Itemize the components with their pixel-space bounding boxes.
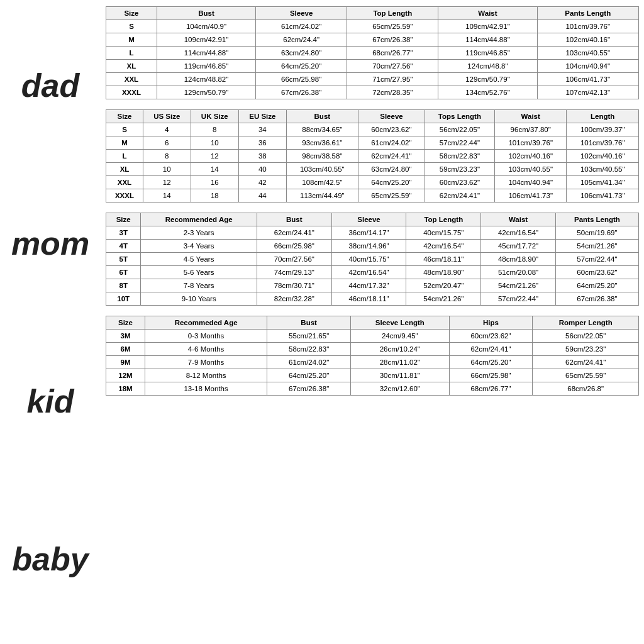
table-cell: 54cm/21.26" [406, 292, 481, 306]
mom-col-waist: Waist [494, 110, 566, 123]
kid-col-size: Size [106, 213, 141, 226]
table-cell: 66cm/25.98" [257, 240, 331, 253]
table-cell: 56cm/22.05" [533, 330, 639, 343]
table-cell: 8 [191, 123, 238, 136]
table-cell: 65cm/25.59" [358, 189, 425, 203]
table-row: S483488cm/34.65"60cm/23.62"56cm/22.05"96… [106, 123, 639, 136]
table-cell: 13-18 Months [145, 382, 267, 396]
table-cell: 62cm/24.41" [533, 356, 639, 369]
table-row: M109cm/42.91"62cm/24.4"67cm/26.38"114cm/… [106, 33, 639, 47]
table-cell: 46cm/18.11" [331, 292, 406, 306]
table-row: 8T7-8 Years78cm/30.71"44cm/17.32"52cm/20… [106, 279, 639, 292]
table-cell: 2-3 Years [141, 226, 257, 240]
table-cell: 68cm/26.77" [449, 382, 533, 396]
mom-col-sleeve: Sleeve [358, 110, 425, 123]
table-cell: 107cm/42.13" [537, 86, 638, 99]
baby-header-row: Size Recommeded Age Bust Sleeve Length H… [106, 316, 639, 330]
tables-column: Size Bust Sleeve Top Length Waist Pants … [101, 0, 644, 644]
baby-col-recage: Recommeded Age [145, 316, 267, 330]
table-cell: 108cm/42.5" [286, 176, 358, 189]
table-cell: 65cm/25.59" [347, 20, 438, 33]
table-cell: 50cm/19.69" [555, 226, 638, 240]
kid-col-pantslength: Pants Length [555, 213, 638, 226]
table-cell: 34 [239, 123, 287, 136]
table-row: L8123898cm/38.58"62cm/24.41"58cm/22.83"1… [106, 150, 639, 163]
table-cell: 60cm/23.62" [358, 123, 425, 136]
dad-col-size: Size [106, 7, 157, 20]
mom-table: Size US Size UK Size EU Size Bust Sleeve… [106, 109, 639, 203]
table-cell: 65cm/25.59" [533, 369, 639, 382]
table-row: L114cm/44.88"63cm/24.80"68cm/26.77"119cm… [106, 47, 639, 60]
table-cell: 14 [191, 163, 238, 176]
kid-table: Size Recommended Age Bust Sleeve Top Len… [106, 213, 639, 306]
table-cell: 42cm/16.54" [406, 240, 481, 253]
table-cell: 103cm/40.55" [286, 163, 358, 176]
table-cell: 61cm/24.02" [358, 136, 425, 150]
table-cell: 57cm/22.44" [425, 136, 494, 150]
table-cell: 0-3 Months [145, 330, 267, 343]
table-cell: M [106, 33, 157, 47]
table-cell: 109cm/42.91" [157, 33, 255, 47]
table-cell: 56cm/22.05" [425, 123, 494, 136]
table-cell: 61cm/24.02" [256, 20, 347, 33]
table-cell: 3-4 Years [141, 240, 257, 253]
table-cell: 58cm/22.83" [425, 150, 494, 163]
table-cell: 18 [191, 189, 238, 203]
table-cell: 9M [106, 356, 145, 369]
kid-col-toplength: Top Length [406, 213, 481, 226]
table-row: 9M7-9 Months61cm/24.02"28cm/11.02"64cm/2… [106, 356, 639, 369]
table-cell: L [106, 150, 143, 163]
table-cell: 62cm/24.4" [256, 33, 347, 47]
table-cell: 119cm/46.85" [157, 60, 255, 73]
table-cell: 98cm/38.58" [286, 150, 358, 163]
table-cell: 106cm/41.73" [494, 189, 566, 203]
table-row: XL101440103cm/40.55"63cm/24.80"59cm/23.2… [106, 163, 639, 176]
baby-col-size: Size [106, 316, 145, 330]
table-cell: 70cm/27.56" [257, 253, 331, 266]
table-cell: 44cm/17.32" [331, 279, 406, 292]
table-cell: 70cm/27.56" [347, 60, 438, 73]
table-cell: 124cm/48.82" [157, 73, 255, 86]
table-cell: 38 [239, 150, 287, 163]
mom-col-size: Size [106, 110, 143, 123]
table-cell: 68cm/26.77" [347, 47, 438, 60]
table-cell: XXL [106, 73, 157, 86]
mom-col-bust: Bust [286, 110, 358, 123]
baby-col-bust: Bust [267, 316, 351, 330]
baby-col-sleevelength: Sleeve Length [351, 316, 450, 330]
table-cell: 67cm/26.38" [267, 382, 351, 396]
table-cell: 74cm/29.13" [257, 266, 331, 279]
table-cell: 60cm/23.62" [555, 266, 638, 279]
table-cell: 12 [143, 176, 191, 189]
table-cell: 36cm/14.17" [331, 226, 406, 240]
table-cell: 103cm/40.55" [567, 163, 639, 176]
table-cell: 42 [239, 176, 287, 189]
table-cell: 26cm/10.24" [351, 343, 450, 356]
mom-header-row: Size US Size UK Size EU Size Bust Sleeve… [106, 110, 639, 123]
table-cell: 28cm/11.02" [351, 356, 450, 369]
table-cell: 82cm/32.28" [257, 292, 331, 306]
table-cell: 64cm/25.20" [267, 369, 351, 382]
mom-label: mom [0, 225, 101, 262]
table-row: XL119cm/46.85"64cm/25.20"70cm/27.56"124c… [106, 60, 639, 73]
table-cell: 4T [106, 240, 141, 253]
table-cell: 88cm/34.65" [286, 123, 358, 136]
table-cell: 30cm/11.81" [351, 369, 450, 382]
table-cell: 119cm/46.85" [438, 47, 537, 60]
table-row: 12M8-12 Months64cm/25.20"30cm/11.81"66cm… [106, 369, 639, 382]
table-cell: 8-12 Months [145, 369, 267, 382]
table-cell: 109cm/42.91" [438, 20, 537, 33]
table-cell: 6T [106, 266, 141, 279]
table-cell: 7-9 Months [145, 356, 267, 369]
table-row: XXL124cm/48.82"66cm/25.98"71cm/27.95"129… [106, 73, 639, 86]
mom-table-body: S483488cm/34.65"60cm/23.62"56cm/22.05"96… [106, 123, 639, 203]
table-cell: M [106, 136, 143, 150]
mom-col-topslength: Tops Length [425, 110, 494, 123]
table-cell: 101cm/39.76" [567, 136, 639, 150]
table-cell: 93cm/36.61" [286, 136, 358, 150]
table-cell: 57cm/22.44" [481, 292, 556, 306]
table-cell: 103cm/40.55" [537, 47, 638, 60]
table-cell: 104cm/40.94" [537, 60, 638, 73]
table-cell: 12 [191, 150, 238, 163]
table-cell: S [106, 20, 157, 33]
